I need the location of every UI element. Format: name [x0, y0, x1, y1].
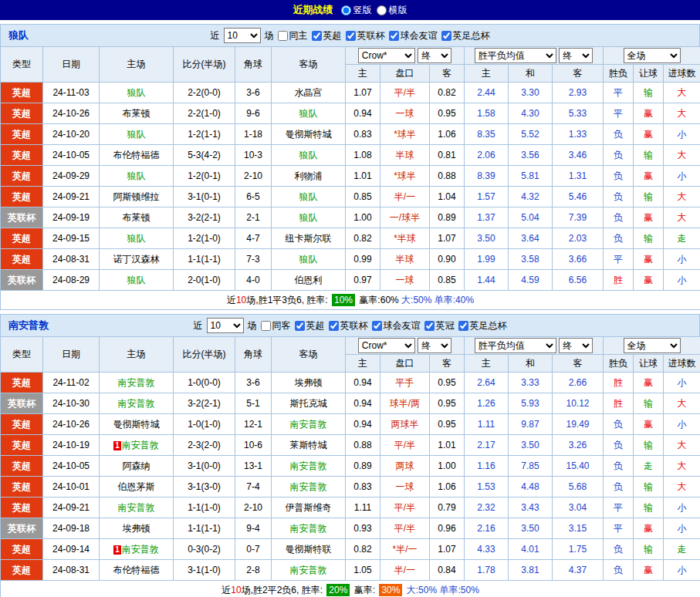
avg-stage-select[interactable]: 终 [559, 48, 593, 63]
away-team-name: 莱斯特城 [290, 440, 327, 450]
avg-type-select[interactable]: 胜平负均值 [475, 48, 556, 63]
handicap: 一/球半 [380, 207, 430, 228]
league-friendly-checkbox[interactable] [372, 321, 382, 331]
league-filter-championship[interactable]: 英冠 [424, 319, 455, 332]
col-avg-draw: 和 [509, 355, 553, 373]
match-date: 24-09-29 [43, 166, 100, 187]
league-fa-cup-checkbox[interactable] [441, 31, 451, 41]
league-friendly-checkbox[interactable] [389, 31, 399, 41]
score: 1-2(0-1) [174, 166, 235, 187]
score: 2-2(0-0) [174, 83, 235, 103]
league-fa-cup-checkbox[interactable] [458, 321, 468, 331]
avg-home: 3.50 [465, 228, 509, 249]
recent-label: 近 [194, 319, 203, 332]
same-home-filter[interactable]: 同主 [278, 29, 308, 42]
horizontal-layout-radio[interactable] [377, 5, 387, 15]
home-odds: 1.07 [346, 83, 380, 103]
avg-away: 10.12 [553, 393, 604, 414]
avg-home: 1.58 [465, 103, 509, 124]
away-team: 南安普敦 [272, 456, 346, 477]
col-odds-away: 客 [430, 65, 465, 83]
goals-result: 小 [664, 414, 700, 435]
away-team: 南安普敦 [272, 560, 346, 581]
vertical-layout-radio[interactable] [341, 5, 351, 15]
home-odds: 0.83 [346, 124, 380, 145]
matches-label: 场 [248, 319, 257, 332]
same-home-checkbox[interactable] [278, 31, 288, 41]
handicap-result: 赢 [634, 249, 664, 270]
wdl-result: 胜 [604, 270, 634, 291]
league-filter-efl-cup[interactable]: 英联杯 [346, 29, 385, 42]
away-team-name: 狼队 [299, 150, 318, 160]
home-team: 埃弗顿 [100, 518, 174, 539]
home-team-name: 布伦特福德 [113, 150, 160, 160]
handicap-result: 输 [634, 187, 664, 207]
home-team-name: 狼队 [127, 129, 146, 140]
league-filter-fa-cup[interactable]: 英足总杯 [441, 29, 490, 42]
odds-stage-select[interactable]: 终 [418, 48, 451, 63]
handicap-result: 走 [634, 456, 664, 477]
corners: 10-6 [235, 435, 272, 456]
col-score: 比分(半场) [174, 47, 235, 83]
summary-segment: 50% [461, 585, 479, 595]
league-filter-epl[interactable]: 英超 [312, 29, 342, 42]
home-team: 狼队 [100, 228, 174, 249]
col-handicap-result: 让球 [634, 355, 664, 373]
avg-draw: 3.30 [509, 83, 553, 103]
page-title: 近期战绩 [293, 3, 333, 17]
recent-count-select[interactable]: 10 [207, 318, 244, 333]
odds-stage-select[interactable]: 终 [418, 338, 451, 353]
col-avg-home: 主 [465, 65, 509, 83]
home-team-name: 伯恩茅斯 [118, 481, 155, 492]
same-away-checkbox[interactable] [261, 321, 271, 331]
league-filter-efl-cup[interactable]: 英联杯 [329, 319, 368, 332]
avg-away: 4.37 [553, 560, 604, 581]
league-efl-cup-checkbox[interactable] [329, 321, 339, 331]
home-team-name: 狼队 [127, 233, 146, 244]
away-team: 伊普斯维奇 [272, 498, 346, 518]
avg-type-select[interactable]: 胜平负均值 [475, 338, 556, 353]
layout-option-vertical[interactable]: 竖版 [341, 4, 372, 17]
avg-header: 胜平负均值 终 [465, 47, 604, 65]
league-epl-checkbox[interactable] [295, 321, 305, 331]
league-championship-checkbox[interactable] [424, 321, 435, 331]
home-team: 1南安普敦 [100, 539, 174, 560]
league-efl-cup-checkbox[interactable] [346, 31, 356, 41]
match-date: 24-08-29 [43, 270, 100, 291]
summary-segment: 10 [236, 295, 246, 305]
bookmaker-select[interactable]: Crow* [358, 338, 415, 353]
layout-option-horizontal[interactable]: 横版 [377, 4, 407, 17]
away-team: 狼队 [272, 187, 346, 207]
red-card-badge: 1 [113, 545, 121, 555]
summary-segment: 40% [455, 295, 474, 305]
recent-count-select[interactable]: 10 [224, 28, 261, 43]
league-filter-friendly[interactable]: 球会友谊 [372, 319, 421, 332]
league-filter-fa-cup[interactable]: 英足总杯 [458, 319, 507, 332]
away-odds: 0.85 [430, 270, 465, 291]
league-badge: 英超 [1, 498, 43, 518]
avg-home: 4.33 [465, 539, 509, 560]
same-away-filter[interactable]: 同客 [261, 319, 291, 332]
league-filter-friendly[interactable]: 球会友谊 [389, 29, 438, 42]
league-epl-checkbox[interactable] [312, 31, 322, 41]
score: 1-0(0-0) [174, 373, 235, 393]
score: 1-2(1-1) [174, 124, 235, 145]
match-row: 英超24-09-21阿斯顿维拉3-1(0-1)6-5狼队0.85半/一1.041… [1, 187, 700, 207]
avg-draw: 3.64 [509, 228, 553, 249]
summary-segment: 赢率: [351, 585, 377, 595]
league-efl-cup-label: 英联杯 [340, 319, 368, 332]
bookmaker-select[interactable]: Crow* [358, 48, 415, 63]
away-team: 斯托克城 [272, 393, 346, 414]
scope-select[interactable]: 全场 [624, 338, 681, 353]
league-filter-epl[interactable]: 英超 [295, 319, 325, 332]
score: 1-1(1-1) [174, 249, 235, 270]
scope-select[interactable]: 全场 [624, 48, 681, 63]
home-team: 狼队 [100, 124, 174, 145]
handicap-result: 赢 [634, 518, 664, 539]
avg-stage-select[interactable]: 终 [559, 338, 593, 353]
handicap: 半/一 [380, 560, 430, 581]
summary-bar: 近10场,胜1平3负6, 胜率: 10% 赢率:60% 大:50% 单率:40% [1, 291, 700, 310]
match-date: 24-10-05 [43, 456, 100, 477]
summary-segment: 60% [380, 295, 399, 305]
goals-result: 大 [664, 393, 700, 414]
